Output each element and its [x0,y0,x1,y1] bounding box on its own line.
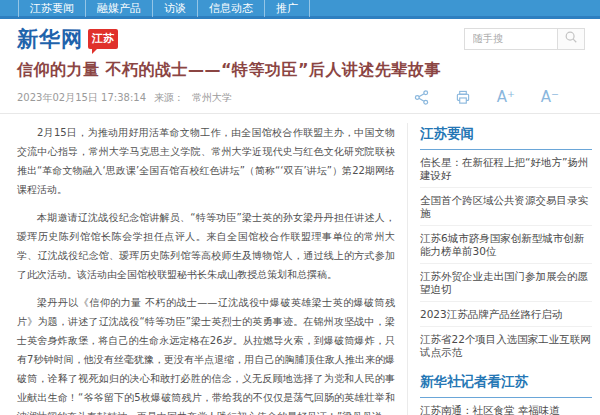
sidebar: 江苏要闻 信长星：在新征程上把“好地方”扬州建设好 全国首个跨区域公共资源交易目… [407,123,592,415]
search-box [464,28,585,50]
sidebar-section-title: 新华社记者看江苏 [420,373,592,398]
sidebar-section-jiangsu-news: 江苏要闻 信长星：在新征程上把“好地方”扬州建设好 全国首个跨区域公共资源交易目… [420,125,592,364]
top-nav-bar: 江苏要闻 融媒产品 访谈 信息动态 推广 [0,0,600,19]
list-item[interactable]: 江苏6城市跻身国家创新型城市创新能力榜单前30位 [420,226,592,264]
nav-item-interviews[interactable]: 访谈 [152,0,197,17]
printer-icon[interactable] [455,90,471,105]
list-item[interactable]: 全国首个跨区域公共资源交易目录实施 [420,188,592,226]
sidebar-section-reporters-view: 新华社记者看江苏 江苏南通：社区食堂 幸福味道 寒夜中的检修作业 围甲联赛：江苏… [420,373,592,415]
logo-text: 新华网 [17,25,83,53]
article-toolbar: A⁺ A⁻ [414,90,559,105]
magnifier-icon [564,30,578,47]
sidebar-section-title: 江苏要闻 [420,125,592,150]
article-date: 2023年02月15日 17:38:14 [17,91,146,105]
source-label: 来源： [154,91,184,105]
share-icon[interactable] [414,90,429,105]
font-increase-button[interactable]: A⁺ [497,90,515,105]
list-item[interactable]: 江苏南通：社区食堂 幸福味道 [420,398,592,415]
page-content: 2月15日，为推动用好用活革命文物工作，由全国馆校合作联盟主办，中国文物交流中心… [0,114,600,415]
xinhuanet-logo[interactable]: 新华网 江苏 [17,25,118,53]
nav-item-media-products[interactable]: 融媒产品 [85,0,152,17]
nav-item-promotion[interactable]: 推广 [264,0,310,17]
list-item[interactable]: 2023江苏品牌产品丝路行启动 [420,302,592,327]
article-header: 信仰的力量 不朽的战士——“特等功臣”后人讲述先辈故事 2023年02月15日 … [0,54,600,114]
logo-region-badge: 江苏 [88,29,118,49]
site-header: 新华网 江苏 [0,19,600,54]
list-item[interactable]: 江苏省22个项目入选国家工业互联网试点示范 [420,327,592,364]
search-button[interactable] [557,29,584,49]
article-body: 2月15日，为推动用好用活革命文物工作，由全国馆校合作联盟主办，中国文物交流中心… [17,123,395,415]
search-input[interactable] [465,29,557,49]
article-paragraph: 本期邀请辽沈战役纪念馆讲解员、“特等功臣”梁士英的孙女梁丹丹担任讲述人，瑷珲历史… [17,208,395,284]
article-meta: 2023年02月15日 17:38:14 来源： 常州大学 [17,90,583,105]
sidebar-news-list: 江苏南通：社区食堂 幸福味道 寒夜中的检修作业 围甲联赛：江苏、杭州晋级决赛 [420,398,592,415]
list-item[interactable]: 江苏外贸企业走出国门参加展会的愿望迫切 [420,264,592,302]
nav-item-jiangsu-news[interactable]: 江苏要闻 [18,0,85,17]
article-paragraph: 梁丹丹以《信仰的力量 不朽的战士——辽沈战役中爆破英雄梁士英的爆破筒残片》为题，… [17,293,395,415]
nav-item-info-updates[interactable]: 信息动态 [197,0,264,17]
article-paragraph: 2月15日，为推动用好用活革命文物工作，由全国馆校合作联盟主办，中国文物交流中心… [17,123,395,199]
sidebar-news-list: 信长星：在新征程上把“好地方”扬州建设好 全国首个跨区域公共资源交易目录实施 江… [420,150,592,364]
article-title: 信仰的力量 不朽的战士——“特等功臣”后人讲述先辈故事 [17,60,583,81]
article-source: 常州大学 [192,91,232,105]
list-item[interactable]: 信长星：在新征程上把“好地方”扬州建设好 [420,150,592,188]
font-decrease-button[interactable]: A⁻ [541,90,559,105]
